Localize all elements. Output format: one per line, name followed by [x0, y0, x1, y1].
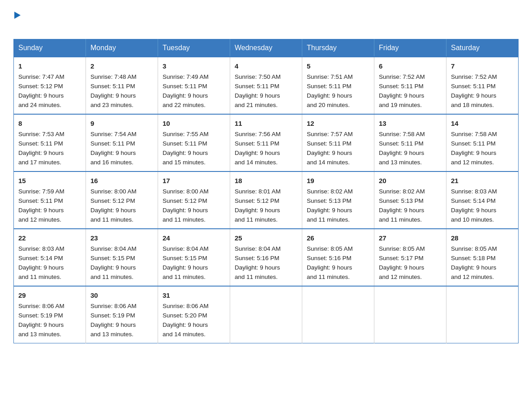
calendar-header-row: SundayMondayTuesdayWednesdayThursdayFrid… [14, 39, 519, 57]
sunrise-label: Sunrise: 8:02 AM [307, 188, 353, 195]
day-number: 30 [90, 290, 153, 300]
sunset-label: Sunset: 5:11 PM [451, 83, 496, 90]
calendar-cell: 2Sunrise: 7:48 AMSunset: 5:11 PMDaylight… [86, 57, 158, 114]
calendar-cell [230, 286, 302, 343]
sunrise-label: Sunrise: 7:58 AM [451, 131, 497, 137]
sunset-label: Sunset: 5:18 PM [451, 255, 496, 261]
sunrise-label: Sunrise: 8:04 AM [235, 245, 281, 252]
day-number: 1 [18, 61, 81, 71]
daylight-minutes: and 17 minutes. [18, 159, 61, 166]
sunset-label: Sunset: 5:12 PM [235, 197, 279, 204]
daylight-minutes: and 13 minutes. [379, 159, 422, 166]
sunset-label: Sunset: 5:11 PM [379, 140, 424, 147]
daylight-label: Daylight: 9 hours [379, 264, 424, 271]
day-number: 13 [379, 118, 442, 128]
sunrise-label: Sunrise: 7:55 AM [163, 131, 209, 137]
sunset-label: Sunset: 5:12 PM [90, 197, 135, 204]
day-number: 8 [18, 118, 81, 128]
daylight-label: Daylight: 9 hours [18, 264, 64, 271]
sunrise-label: Sunrise: 8:06 AM [163, 303, 209, 309]
sunset-label: Sunset: 5:16 PM [235, 255, 279, 261]
calendar-week-row: 22Sunrise: 8:03 AMSunset: 5:14 PMDayligh… [14, 229, 519, 286]
calendar-cell: 19Sunrise: 8:02 AMSunset: 5:13 PMDayligh… [302, 171, 374, 229]
calendar-cell: 15Sunrise: 7:59 AMSunset: 5:11 PMDayligh… [14, 171, 86, 229]
day-number: 23 [90, 233, 153, 243]
sunset-label: Sunset: 5:15 PM [163, 255, 207, 261]
daylight-label: Daylight: 9 hours [18, 92, 64, 99]
calendar-cell: 7Sunrise: 7:52 AMSunset: 5:11 PMDaylight… [446, 57, 519, 114]
daylight-minutes: and 11 minutes. [18, 274, 61, 280]
daylight-label: Daylight: 9 hours [451, 92, 496, 99]
daylight-label: Daylight: 9 hours [90, 150, 136, 156]
daylight-label: Daylight: 9 hours [451, 150, 496, 156]
sunset-label: Sunset: 5:12 PM [18, 83, 63, 90]
calendar-table: SundayMondayTuesdayWednesdayThursdayFrid… [13, 39, 519, 343]
sunset-label: Sunset: 5:11 PM [307, 140, 352, 147]
sunset-label: Sunset: 5:14 PM [18, 255, 63, 261]
sunrise-label: Sunrise: 7:52 AM [379, 73, 425, 80]
sunrise-label: Sunrise: 8:06 AM [18, 303, 64, 309]
day-number: 15 [18, 176, 81, 186]
daylight-minutes: and 24 minutes. [18, 102, 61, 108]
calendar-cell: 30Sunrise: 8:06 AMSunset: 5:19 PMDayligh… [86, 286, 158, 343]
daylight-minutes: and 21 minutes. [235, 102, 278, 108]
calendar-cell: 12Sunrise: 7:57 AMSunset: 5:11 PMDayligh… [302, 114, 374, 171]
sunrise-label: Sunrise: 7:57 AM [307, 131, 353, 137]
day-number: 5 [307, 61, 369, 71]
daylight-minutes: and 11 minutes. [307, 274, 350, 280]
daylight-minutes: and 11 minutes. [307, 216, 350, 223]
day-number: 22 [18, 233, 81, 243]
daylight-label: Daylight: 9 hours [307, 264, 352, 271]
daylight-minutes: and 11 minutes. [235, 274, 278, 280]
sunset-label: Sunset: 5:11 PM [163, 83, 207, 90]
sunset-label: Sunset: 5:11 PM [307, 83, 352, 90]
sunset-label: Sunset: 5:13 PM [307, 197, 352, 204]
daylight-minutes: and 20 minutes. [307, 102, 350, 108]
sunset-label: Sunset: 5:12 PM [163, 197, 207, 204]
day-number: 12 [307, 118, 369, 128]
sunset-label: Sunset: 5:11 PM [90, 83, 135, 90]
daylight-minutes: and 12 minutes. [379, 274, 422, 280]
day-number: 28 [451, 233, 514, 243]
sunset-label: Sunset: 5:11 PM [90, 140, 135, 147]
day-number: 21 [451, 176, 514, 186]
daylight-label: Daylight: 9 hours [379, 207, 424, 214]
daylight-label: Daylight: 9 hours [18, 150, 64, 156]
sunset-label: Sunset: 5:11 PM [163, 140, 207, 147]
daylight-label: Daylight: 9 hours [451, 264, 496, 271]
day-number: 9 [90, 118, 153, 128]
calendar-cell: 28Sunrise: 8:05 AMSunset: 5:18 PMDayligh… [446, 229, 519, 286]
daylight-minutes: and 11 minutes. [90, 274, 133, 280]
daylight-minutes: and 13 minutes. [90, 331, 133, 338]
daylight-minutes: and 12 minutes. [451, 159, 494, 166]
calendar-week-row: 8Sunrise: 7:53 AMSunset: 5:11 PMDaylight… [14, 114, 519, 171]
calendar-cell: 29Sunrise: 8:06 AMSunset: 5:19 PMDayligh… [14, 286, 86, 343]
sunrise-label: Sunrise: 8:03 AM [18, 245, 64, 252]
calendar-cell: 1Sunrise: 7:47 AMSunset: 5:12 PMDaylight… [14, 57, 86, 114]
daylight-minutes: and 13 minutes. [18, 331, 61, 338]
day-number: 27 [379, 233, 442, 243]
logo-arrow-icon [14, 12, 21, 19]
calendar-cell: 5Sunrise: 7:51 AMSunset: 5:11 PMDaylight… [302, 57, 374, 114]
sunrise-label: Sunrise: 8:04 AM [90, 245, 137, 252]
sunrise-label: Sunrise: 7:48 AM [90, 73, 137, 80]
daylight-label: Daylight: 9 hours [90, 207, 136, 214]
sunset-label: Sunset: 5:11 PM [18, 140, 63, 147]
sunset-label: Sunset: 5:16 PM [307, 255, 352, 261]
sunrise-label: Sunrise: 7:52 AM [451, 73, 497, 80]
day-of-week-header: Friday [374, 39, 446, 57]
daylight-minutes: and 19 minutes. [379, 102, 422, 108]
calendar-cell: 11Sunrise: 7:56 AMSunset: 5:11 PMDayligh… [230, 114, 302, 171]
calendar-cell: 9Sunrise: 7:54 AMSunset: 5:11 PMDaylight… [86, 114, 158, 171]
daylight-label: Daylight: 9 hours [451, 207, 496, 214]
sunrise-label: Sunrise: 7:59 AM [18, 188, 64, 195]
calendar-week-row: 15Sunrise: 7:59 AMSunset: 5:11 PMDayligh… [14, 171, 519, 229]
day-number: 20 [379, 176, 442, 186]
daylight-minutes: and 16 minutes. [90, 159, 133, 166]
calendar-cell: 26Sunrise: 8:05 AMSunset: 5:16 PMDayligh… [302, 229, 374, 286]
calendar-cell: 27Sunrise: 8:05 AMSunset: 5:17 PMDayligh… [374, 229, 446, 286]
sunset-label: Sunset: 5:11 PM [18, 197, 63, 204]
sunrise-label: Sunrise: 8:05 AM [451, 245, 497, 252]
daylight-label: Daylight: 9 hours [163, 321, 208, 328]
calendar-cell: 6Sunrise: 7:52 AMSunset: 5:11 PMDaylight… [374, 57, 446, 114]
